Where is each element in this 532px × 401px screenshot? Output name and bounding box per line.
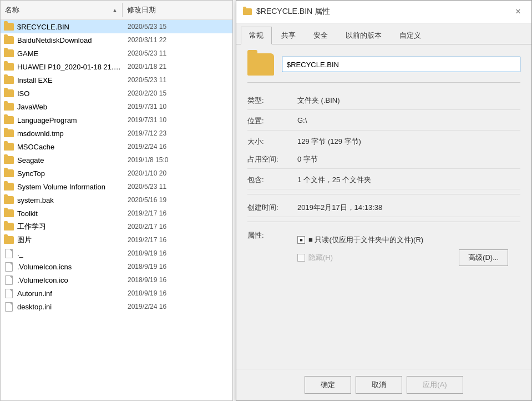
file-explorer: 名称 ▲ 修改日期 $RECYCLE.BIN2020/5/23 15BaiduN… [0, 0, 233, 401]
attributes-row: 属性: ■ 只读(仅应用于文件夹中的文件)(R) 隐藏(H) 高级(D) [247, 227, 520, 274]
file-date: 2019/7/31 10 [123, 116, 171, 124]
file-name: GAME [15, 49, 123, 58]
explorer-header: 名称 ▲ 修改日期 [1, 1, 232, 20]
file-name: BaiduNetdiskDownload [15, 36, 123, 44]
file-icon [3, 222, 15, 232]
file-row[interactable]: 工作学习2020/2/17 16 [1, 220, 232, 233]
readonly-checkbox-label[interactable]: ■ 只读(仅应用于文件夹中的文件)(R) [297, 235, 423, 245]
type-label: 类型: [247, 96, 297, 106]
hidden-checkbox[interactable] [297, 254, 305, 262]
tab-共享[interactable]: 共享 [273, 27, 304, 44]
readonly-checkbox[interactable] [297, 236, 305, 244]
cancel-button[interactable]: 取消 [356, 376, 402, 394]
file-date: 2018/9/19 16 [123, 276, 171, 284]
dialog-tabs: 常规共享安全以前的版本自定义 [236, 23, 531, 44]
file-icon [3, 288, 15, 298]
file-date: 2020/5/23 15 [123, 23, 171, 31]
tab-自定义[interactable]: 自定义 [391, 27, 429, 44]
prop-header [247, 53, 520, 83]
file-date: 2020/5/23 11 [123, 49, 171, 57]
section-divider-2 [247, 222, 520, 222]
contains-value: 1 个文件，25 个文件夹 [297, 175, 371, 185]
file-date: 2020/5/23 11 [123, 183, 171, 191]
apply-button[interactable]: 应用(A) [407, 376, 463, 394]
close-button[interactable]: × [511, 5, 525, 18]
file-date: 2020/5/16 19 [123, 196, 171, 204]
file-name: msdownld.tmp [15, 129, 123, 138]
file-icon [3, 142, 15, 152]
file-row[interactable]: system.bak2020/5/16 19 [1, 193, 232, 207]
hidden-checkbox-label[interactable]: 隐藏(H) [297, 253, 333, 263]
file-row[interactable]: Seagate2019/1/8 15:0 [1, 153, 232, 167]
file-row[interactable]: MSOCache2019/2/24 16 [1, 140, 232, 153]
file-row[interactable]: .VolumeIcon.ico2018/9/19 16 [1, 273, 232, 287]
file-row[interactable]: LanguageProgram2019/7/31 10 [1, 113, 232, 127]
file-icon [3, 88, 15, 98]
dialog-title: $RECYCLE.BIN 属性 [243, 7, 330, 17]
tab-安全[interactable]: 安全 [305, 27, 336, 44]
file-name: Autorun.inf [15, 289, 123, 298]
disk-size-value: 0 字节 [297, 154, 318, 164]
file-name: ISO [15, 89, 123, 98]
file-name: system.bak [15, 196, 123, 204]
column-name[interactable]: 名称 ▲ [1, 3, 123, 17]
file-icon [3, 235, 15, 245]
file-icon [3, 302, 15, 312]
file-icon [3, 195, 15, 205]
file-date: 2020/2/17 16 [123, 223, 171, 230]
file-row[interactable]: BaiduNetdiskDownload2020/3/11 22 [1, 33, 232, 47]
disk-size-row: 占用空间: 0 字节 [247, 151, 520, 169]
confirm-button[interactable]: 确定 [305, 376, 351, 394]
prop-table: 类型: 文件夹 (.BIN) 位置: G:\ 大小: 129 字节 (129 字… [247, 92, 520, 274]
file-row[interactable]: ISO2020/2/20 15 [1, 87, 232, 100]
file-name: $RECYCLE.BIN [15, 23, 123, 31]
tab-以前的版本[interactable]: 以前的版本 [337, 27, 390, 44]
folder-name-input[interactable] [282, 57, 520, 72]
file-row[interactable]: SyncTop2020/1/10 20 [1, 167, 232, 180]
file-name: 图片 [15, 235, 123, 245]
file-row[interactable]: desktop.ini2019/2/24 16 [1, 300, 232, 313]
file-date: 2019/7/12 23 [123, 129, 171, 137]
file-icon [3, 262, 15, 272]
file-row[interactable]: .VolumeIcon.icns2018/9/19 16 [1, 260, 232, 273]
hidden-label: 隐藏(H) [308, 253, 333, 263]
type-value: 文件夹 (.BIN) [297, 96, 340, 106]
file-date: 2019/2/17 16 [123, 236, 171, 244]
file-row[interactable]: ._2018/9/19 16 [1, 247, 232, 260]
file-icon [3, 22, 15, 32]
size-row: 大小: 129 字节 (129 字节) [247, 133, 520, 151]
readonly-label: ■ 只读(仅应用于文件夹中的文件)(R) [308, 235, 423, 245]
contains-row: 包含: 1 个文件，25 个文件夹 [247, 171, 520, 189]
file-date: 2020/3/11 22 [123, 36, 171, 44]
file-row[interactable]: HUAWEI P10_2020-01-18 21.02.302020/1/18 … [1, 60, 232, 73]
created-label: 创建时间: [247, 203, 297, 213]
dialog-titlebar: $RECYCLE.BIN 属性 × [236, 1, 531, 23]
file-row[interactable]: msdownld.tmp2019/7/12 23 [1, 127, 232, 140]
file-icon [3, 168, 15, 178]
file-name: SyncTop [15, 169, 123, 178]
title-folder-icon [243, 8, 252, 15]
file-row[interactable]: Install EXE2020/5/23 11 [1, 73, 232, 87]
file-list: $RECYCLE.BIN2020/5/23 15BaiduNetdiskDown… [1, 20, 232, 401]
file-row[interactable]: Toolkit2019/2/17 16 [1, 207, 232, 220]
file-date: 2020/1/18 21 [123, 63, 171, 71]
file-date: 2020/5/23 11 [123, 76, 171, 84]
file-icon [3, 102, 15, 112]
file-row[interactable]: JavaWeb2019/7/31 10 [1, 100, 232, 113]
tab-常规[interactable]: 常规 [241, 27, 272, 44]
file-row[interactable]: GAME2020/5/23 11 [1, 47, 232, 60]
file-row[interactable]: Autorun.inf2018/9/19 16 [1, 287, 232, 300]
file-name: Toolkit [15, 209, 123, 218]
file-name: .VolumeIcon.ico [15, 276, 123, 284]
created-value: 2019年2月17日，14:13:38 [297, 203, 382, 213]
file-row[interactable]: System Volume Information2020/5/23 11 [1, 180, 232, 193]
file-row[interactable]: 图片2019/2/17 16 [1, 233, 232, 247]
file-name: .VolumeIcon.icns [15, 263, 123, 271]
file-row[interactable]: $RECYCLE.BIN2020/5/23 15 [1, 20, 232, 33]
column-date[interactable]: 修改日期 [123, 3, 160, 17]
file-date: 2018/9/19 16 [123, 289, 171, 297]
file-date: 2020/2/20 15 [123, 89, 171, 97]
file-date: 2018/9/19 16 [123, 263, 171, 270]
advanced-button[interactable]: 高级(D)... [459, 249, 508, 266]
file-date: 2019/2/24 16 [123, 303, 171, 310]
